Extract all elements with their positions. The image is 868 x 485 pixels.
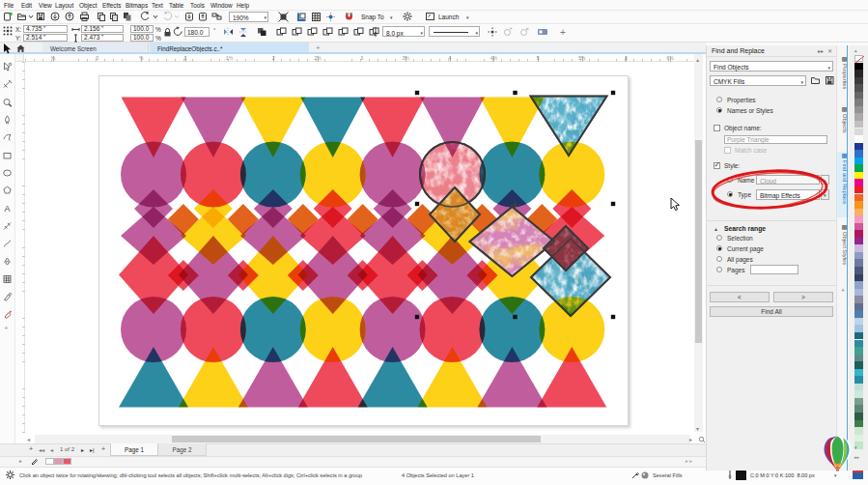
svg-text:A: A (5, 204, 11, 214)
